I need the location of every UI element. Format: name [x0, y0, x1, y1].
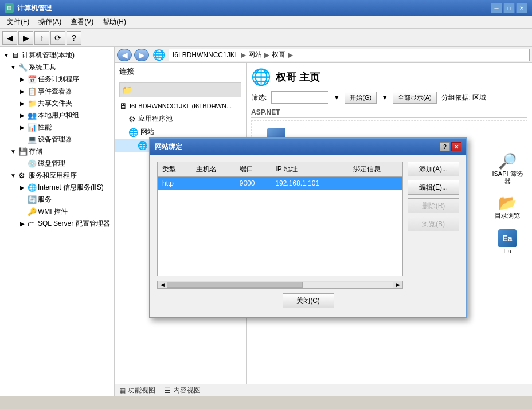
add-binding-button[interactable]: 添加(A)... [408, 162, 459, 176]
row-type: http [158, 177, 191, 190]
dialog-content: 类型 主机名 端口 IP 地址 绑定信息 http [150, 155, 466, 317]
dialog-site-binding: 网站绑定 ? ✕ 类型 主机名 端口 [149, 137, 467, 318]
dialog-footer: 关闭(C) [157, 289, 459, 310]
browse-binding-button[interactable]: 浏览(B) [408, 217, 459, 231]
col-ip: IP 地址 [271, 162, 349, 177]
dialog-title-text: 网站绑定 [155, 142, 440, 152]
dialog-title-bar: 网站绑定 ? ✕ [150, 139, 466, 155]
binding-table: 类型 主机名 端口 IP 地址 绑定信息 http [158, 162, 402, 190]
dialog-table-area: 类型 主机名 端口 IP 地址 绑定信息 http [157, 162, 403, 289]
col-type: 类型 [158, 162, 191, 177]
dialog-close-x-button[interactable]: ✕ [451, 142, 461, 151]
col-hostname: 主机名 [191, 162, 235, 177]
col-port: 端口 [235, 162, 271, 177]
row-hostname [191, 177, 235, 190]
dialog-close-button[interactable]: 关闭(C) [283, 293, 334, 308]
table-header-row: 类型 主机名 端口 IP 地址 绑定信息 [158, 162, 402, 177]
row-binding [349, 177, 402, 190]
scroll-thumb [167, 282, 303, 288]
table-row[interactable]: http 9000 192.168.1.101 [158, 177, 402, 190]
scroll-track [167, 282, 393, 288]
horizontal-scrollbar[interactable]: ◀ ▶ [157, 281, 403, 289]
dialog-title-buttons: ? ✕ [440, 142, 461, 151]
modal-overlay: 网站绑定 ? ✕ 类型 主机名 端口 [0, 0, 532, 409]
scroll-left-button[interactable]: ◀ [158, 282, 167, 288]
dialog-layout: 类型 主机名 端口 IP 地址 绑定信息 http [157, 162, 459, 289]
row-port: 9000 [235, 177, 271, 190]
dialog-table-container: 类型 主机名 端口 IP 地址 绑定信息 http [157, 162, 403, 276]
edit-binding-button[interactable]: 编辑(E)... [408, 180, 459, 195]
remove-binding-button[interactable]: 删除(R) [408, 198, 459, 213]
dialog-help-button[interactable]: ? [440, 142, 450, 151]
col-binding: 绑定信息 [349, 162, 402, 177]
row-ip: 192.168.1.101 [271, 177, 349, 190]
scroll-right-button[interactable]: ▶ [393, 282, 402, 288]
dialog-action-buttons: 添加(A)... 编辑(E)... 删除(R) 浏览(B) [408, 162, 459, 289]
